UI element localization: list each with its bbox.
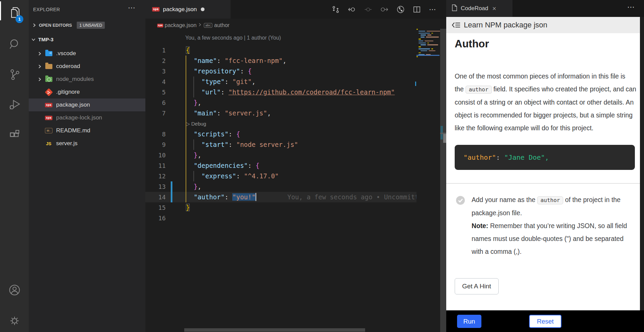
- file-item-coderoad[interactable]: coderoad: [29, 60, 145, 73]
- code-token: [186, 162, 194, 169]
- minimap[interactable]: [416, 29, 439, 69]
- code-line-15[interactable]: 15}: [145, 202, 416, 213]
- codelens-debug[interactable]: ▷ Debug: [186, 118, 416, 129]
- code-token: "start": [201, 141, 229, 148]
- file-item-.vscode[interactable]: .vscode: [29, 47, 145, 60]
- code-token: "url": [201, 88, 221, 96]
- minimap-line: [416, 29, 418, 30]
- file-item-README.md[interactable]: M↓README.md: [29, 124, 145, 137]
- run-tutorial-icon[interactable]: [397, 5, 405, 14]
- open-changes-icon[interactable]: [332, 5, 340, 14]
- file-item-package-lock.json[interactable]: npmpackage-lock.json: [29, 111, 145, 124]
- open-editors-section[interactable]: OPEN EDITORS 1 UNSAVED: [29, 20, 145, 30]
- file-name: server.js: [56, 140, 77, 147]
- horizontal-scrollbar[interactable]: [184, 328, 365, 332]
- code-token: "main": [194, 109, 217, 117]
- example-code-block: "author": "Jane Doe",: [455, 145, 635, 170]
- activity-accounts[interactable]: [0, 278, 29, 304]
- minimap-line: [416, 56, 418, 57]
- panel-scrollbar[interactable]: [640, 17, 644, 310]
- file-item-.gitignore[interactable]: .gitignore: [29, 86, 145, 98]
- file-item-node_modules[interactable]: node_modules: [29, 73, 145, 86]
- back-to-levels-icon[interactable]: [451, 20, 461, 30]
- minimap-line: [421, 44, 426, 45]
- run-button[interactable]: Run: [457, 315, 481, 328]
- sidebar-title: EXPLORER: [33, 7, 60, 12]
- author-chip: author: [466, 86, 492, 94]
- minimap-line: [425, 41, 433, 42]
- file-item-server.js[interactable]: JSserver.js: [29, 137, 145, 150]
- tab-title: package.json: [163, 6, 197, 13]
- editor-actions: ⋯: [332, 0, 436, 19]
- split-editor-icon[interactable]: [413, 5, 421, 14]
- tab-coderoad[interactable]: CodeRoad ×: [446, 0, 512, 17]
- dirty-dot-icon[interactable]: [201, 7, 205, 11]
- line-content: },: [186, 150, 201, 160]
- step-forward-icon[interactable]: [380, 5, 388, 14]
- markdown-icon: M↓: [45, 127, 53, 134]
- step-marker-icon[interactable]: [364, 5, 372, 14]
- javascript-icon: JS: [45, 140, 53, 147]
- minimap-line: [421, 50, 427, 51]
- code-token: [186, 193, 194, 201]
- activity-run-debug[interactable]: [0, 92, 29, 118]
- code-editor[interactable]: You, a few seconds ago | 1 author (You) …: [145, 32, 416, 332]
- line-content: "dependencies": {: [186, 160, 259, 171]
- get-hint-button[interactable]: Get A Hint: [455, 278, 499, 294]
- code-token: }: [186, 204, 190, 211]
- git-icon: [45, 89, 53, 95]
- source-control-branch-icon: [8, 68, 21, 82]
- code-token: :: [240, 67, 248, 75]
- minimap-line: [431, 48, 433, 49]
- code-token: "express": [201, 172, 236, 180]
- code-token: }: [194, 151, 197, 159]
- code-line-16[interactable]: 16: [145, 213, 416, 223]
- minimap-modified-tick: [415, 82, 416, 86]
- file-name: package-lock.json: [56, 114, 102, 121]
- minimap-line: [419, 46, 421, 47]
- activity-explorer[interactable]: 1: [0, 0, 29, 26]
- activity-search[interactable]: [0, 32, 29, 58]
- minimap-line: [427, 44, 438, 45]
- activity-source-control[interactable]: [0, 62, 29, 88]
- chevron-right-icon: [31, 22, 37, 28]
- run-debug-icon: [8, 98, 21, 112]
- code-line-1[interactable]: 1{: [145, 45, 416, 56]
- breadcrumb-file[interactable]: package.json: [165, 22, 196, 28]
- code-token: "dependencies": [194, 162, 248, 169]
- panel-more-actions-icon[interactable]: ⋯: [627, 3, 635, 12]
- breadcrumb-symbol[interactable]: author: [214, 22, 230, 28]
- close-icon[interactable]: ×: [492, 5, 496, 13]
- indent-guide: [193, 171, 194, 181]
- task-note: Note: Remember that you’re writing JSON,…: [472, 220, 630, 258]
- code-token: [186, 57, 194, 64]
- sidebar-more-actions[interactable]: ⋯: [128, 3, 135, 12]
- file-blame-annotation[interactable]: You, a few seconds ago | 1 author (You): [185, 32, 416, 45]
- line-number: 11: [145, 160, 166, 171]
- file-item-package.json[interactable]: npmpackage.json: [29, 98, 145, 111]
- activity-settings[interactable]: [0, 308, 29, 332]
- tab-package-json[interactable]: npm package.json: [145, 0, 231, 19]
- code-token: "author": [194, 193, 225, 201]
- vertical-scrollbar[interactable]: [440, 29, 446, 332]
- activity-extensions[interactable]: [0, 122, 29, 149]
- vscode-window: 1: [0, 0, 644, 332]
- code-token: ,: [197, 183, 201, 190]
- code-token: {: [248, 67, 252, 75]
- editor-more-actions-icon[interactable]: ⋯: [429, 5, 436, 14]
- code-token: "name": [194, 57, 217, 64]
- line-content: "author": "you!"You, a few seconds ago •…: [186, 192, 416, 202]
- scrollbar-handle[interactable]: [443, 134, 446, 143]
- minimap-line: [419, 48, 430, 49]
- reset-button[interactable]: Reset: [529, 315, 562, 328]
- code-token: "you!": [232, 193, 256, 201]
- workspace-section[interactable]: TMP-3: [29, 32, 145, 46]
- line-number: 3: [145, 66, 166, 76]
- step-back-icon[interactable]: [348, 5, 356, 14]
- code-token: :: [236, 172, 244, 180]
- line-number: 14: [145, 192, 166, 202]
- code-token: :: [229, 130, 236, 138]
- line-content: "express": "^4.17.0": [186, 171, 279, 181]
- url-link[interactable]: "https://github.com/coderoad/fcc-learn-n…: [229, 88, 395, 96]
- code-token: ,: [197, 99, 201, 106]
